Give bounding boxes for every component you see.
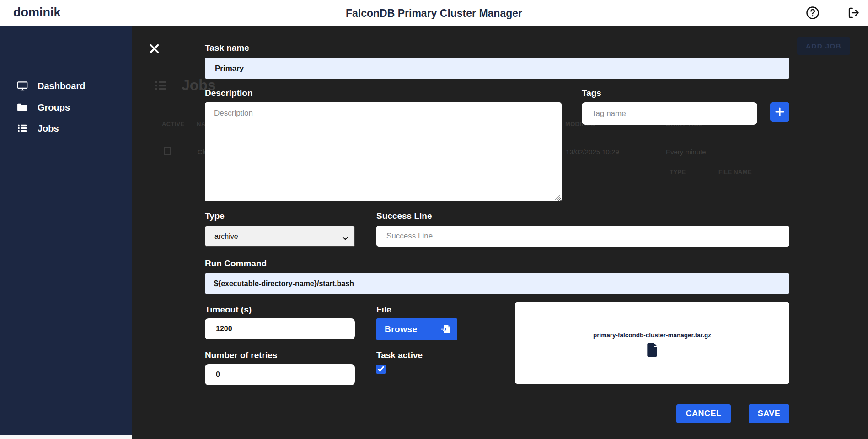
sidebar-footer-strip [0,435,132,439]
sidebar-item-label: Groups [38,102,70,113]
add-job-button-dimmed: ADD JOB [797,37,850,55]
success-line-label: Success Line [376,212,432,221]
file-icon [646,343,658,359]
folder-icon [16,101,28,113]
type-label: Type [205,212,225,221]
sidebar-item-label: Jobs [38,123,59,134]
type-select[interactable]: archive [205,226,355,247]
run-command-input[interactable] [205,273,789,294]
app-header: dominik FalconDB Primary Cluster Manager [0,0,868,26]
browse-button[interactable]: Browse [376,318,457,340]
list-icon-dimmed [154,79,167,94]
sidebar-item-groups[interactable]: Groups [0,100,132,115]
task-name-input[interactable] [205,58,789,79]
sidebar-item-jobs[interactable]: Jobs [0,121,132,136]
row-start-time: Every minute [666,148,706,156]
plus-icon [774,108,785,115]
save-button[interactable]: SAVE [749,404,789,423]
subtable-header-file-name: FILE NAME [718,169,752,175]
browse-button-label: Browse [385,324,418,334]
close-icon[interactable] [148,42,161,56]
description-label: Description [205,89,253,98]
app: dominik FalconDB Primary Cluster Manager [0,0,868,439]
retries-input[interactable] [205,364,355,385]
logout-icon[interactable] [847,6,860,21]
uploaded-file-name: primary-falcondb-cluster-manager.tar.gz [515,332,789,339]
help-icon[interactable] [806,6,820,21]
description-textarea[interactable] [205,102,562,201]
subtable-header-type: TYPE [670,169,686,175]
row-checkbox-dimmed [164,147,171,155]
uploaded-file-panel: primary-falcondb-cluster-manager.tar.gz [515,302,789,384]
monitor-icon [16,80,28,92]
tag-name-input[interactable] [582,102,757,125]
file-label: File [376,305,391,315]
page-title: FalconDB Primary Cluster Manager [0,7,868,20]
retries-label: Number of retries [205,351,277,360]
timeout-label: Timeout (s) [205,305,252,315]
sidebar-item-label: Dashboard [38,81,85,91]
timeout-input[interactable] [205,318,355,339]
tags-label: Tags [582,89,601,98]
row-modified: 13/02/2025 10:29 [566,148,619,156]
file-import-icon [440,324,451,337]
run-command-label: Run Command [205,259,267,269]
cancel-button[interactable]: CANCEL [676,404,731,423]
table-header-active: ACTIVE [162,121,184,127]
sidebar: Dashboard Groups Jobs [0,26,132,435]
add-tag-button[interactable] [770,102,789,122]
success-line-input[interactable] [376,226,789,247]
sidebar-item-dashboard[interactable]: Dashboard [0,79,132,93]
list-icon [16,122,28,134]
task-active-label: Task active [376,351,423,360]
task-name-label: Task name [205,43,249,53]
task-active-checkbox[interactable] [376,365,386,374]
